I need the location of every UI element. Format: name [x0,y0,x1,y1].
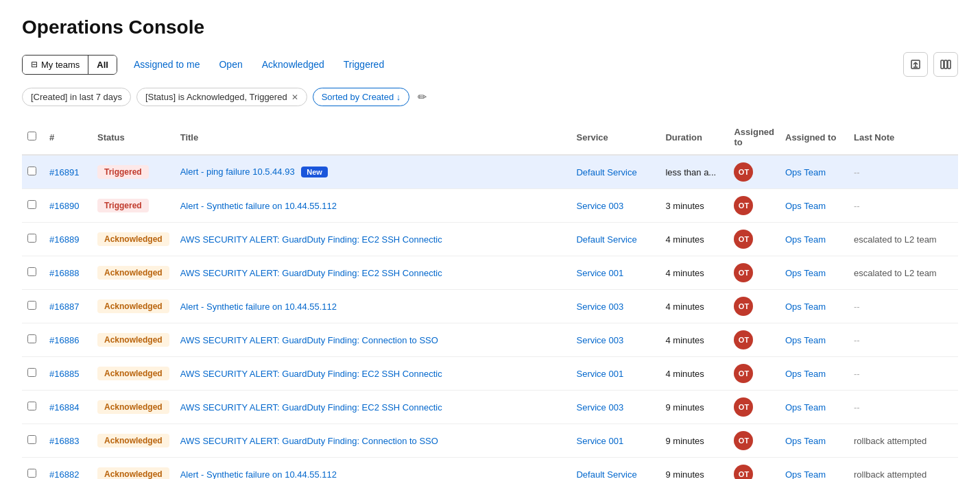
created-filter-chip[interactable]: [Created] in last 7 days [22,88,131,106]
incident-title-link[interactable]: AWS SECURITY ALERT: GuardDuty Finding: E… [180,402,442,413]
status-filter-label: [Status] is Acknowledged, Triggered [145,92,287,102]
service-link[interactable]: Default Service [576,234,636,245]
my-teams-button[interactable]: ⊟ My teams [23,56,88,74]
assigned-team-link[interactable]: Ops Team [785,167,826,177]
service-link[interactable]: Default Service [576,469,636,480]
row-checkbox[interactable] [27,200,36,209]
export-button[interactable] [903,52,928,77]
incident-id-link[interactable]: #16885 [49,369,79,379]
service-link[interactable]: Service 001 [576,436,623,446]
assigned-team-link[interactable]: Ops Team [785,469,826,480]
col-header-service: Service [571,120,660,155]
my-teams-group: ⊟ My teams All [22,55,117,75]
my-teams-label: My teams [41,60,80,70]
service-link[interactable]: Service 003 [576,302,623,312]
row-checkbox[interactable] [27,267,36,276]
last-note: rollback attempted [854,436,927,446]
duration-value: 4 minutes [665,268,704,278]
duration-value: 4 minutes [665,369,704,379]
incident-title-link[interactable]: Alert - Synthetic failure on 10.44.55.11… [180,302,337,312]
incident-title-link[interactable]: AWS SECURITY ALERT: GuardDuty Finding: C… [180,436,438,446]
row-checkbox[interactable] [27,469,36,478]
assigned-team-link[interactable]: Ops Team [785,436,826,446]
top-bar: ⊟ My teams All Assigned to me Open Ackno… [22,52,958,77]
status-badge: Acknowledged [97,232,169,246]
row-checkbox[interactable] [27,368,36,377]
col-header-lastnote: Last Note [848,120,958,155]
row-checkbox[interactable] [27,402,36,410]
edit-filters-button[interactable]: ✏ [415,88,429,106]
table-row: #16883 Acknowledged AWS SECURITY ALERT: … [22,424,958,458]
assigned-team-link[interactable]: Ops Team [785,369,826,379]
assigned-team-link[interactable]: Ops Team [785,402,826,413]
status-filter-remove[interactable]: ✕ [291,93,298,102]
duration-value: less than a... [665,167,716,177]
col-header-assigned1: Assigned to [728,120,780,155]
duration-value: 4 minutes [665,234,704,245]
service-link[interactable]: Service 003 [576,402,623,413]
sort-chip[interactable]: Sorted by Created ↓ [313,88,410,106]
last-note: -- [854,335,860,345]
incident-id-link[interactable]: #16884 [49,402,79,413]
select-all-checkbox[interactable] [27,132,36,140]
incident-title-link[interactable]: Alert - Synthetic failure on 10.44.55.11… [180,201,337,211]
incident-title-link[interactable]: Alert - Synthetic failure on 10.44.55.11… [180,469,337,480]
incident-id-link[interactable]: #16888 [49,268,79,278]
last-note: -- [854,302,860,312]
svg-rect-7 [948,60,951,69]
assigned-team-link[interactable]: Ops Team [785,302,826,312]
incident-id-link[interactable]: #16886 [49,335,79,345]
col-header-status: Status [92,120,175,155]
assigned-team-link[interactable]: Ops Team [785,335,826,345]
service-link[interactable]: Default Service [576,167,636,177]
table-row: #16885 Acknowledged AWS SECURITY ALERT: … [22,357,958,391]
assigned-team-link[interactable]: Ops Team [785,201,826,211]
col-header-assigned2: Assigned to [780,120,848,155]
status-badge: Acknowledged [97,299,169,313]
status-filter-chip: [Status] is Acknowledged, Triggered ✕ [136,88,307,106]
assigned-team-link[interactable]: Ops Team [785,268,826,278]
incident-title-link[interactable]: AWS SECURITY ALERT: GuardDuty Finding: E… [180,268,442,278]
duration-value: 9 minutes [665,436,704,446]
row-checkbox[interactable] [27,301,36,310]
duration-value: 9 minutes [665,469,704,480]
tab-triggered[interactable]: Triggered [335,55,392,74]
row-checkbox[interactable] [27,234,36,243]
row-checkbox[interactable] [27,435,36,444]
incident-id-link[interactable]: #16882 [49,469,79,480]
new-badge: New [301,167,328,177]
service-link[interactable]: Service 001 [576,369,623,379]
tab-acknowledged[interactable]: Acknowledged [254,55,333,74]
col-header-title: Title [175,120,571,155]
last-note: -- [854,402,860,413]
service-link[interactable]: Service 003 [576,201,623,211]
incident-title-link[interactable]: AWS SECURITY ALERT: GuardDuty Finding: E… [180,234,442,245]
assigned-team-link[interactable]: Ops Team [785,234,826,245]
tab-open[interactable]: Open [211,55,250,74]
top-actions [903,52,958,77]
incident-title-link[interactable]: Alert - ping failure 10.5.44.93 [180,167,295,177]
incident-title-link[interactable]: AWS SECURITY ALERT: GuardDuty Finding: E… [180,369,442,379]
incident-title-link[interactable]: AWS SECURITY ALERT: GuardDuty Finding: C… [180,335,438,345]
columns-button[interactable] [933,52,958,77]
page-title: Operations Console [22,16,958,38]
service-link[interactable]: Service 003 [576,335,623,345]
tab-assigned-to-me[interactable]: Assigned to me [126,55,208,74]
table-row: #16890 Triggered Alert - Synthetic failu… [22,189,958,223]
status-badge: Triggered [97,165,149,179]
incident-id-link[interactable]: #16890 [49,201,79,211]
row-checkbox[interactable] [27,334,36,343]
service-link[interactable]: Service 001 [576,268,623,278]
incident-id-link[interactable]: #16883 [49,436,79,446]
row-checkbox[interactable] [27,167,36,175]
last-note: -- [854,201,860,211]
avatar: OT [734,330,753,349]
incident-id-link[interactable]: #16891 [49,167,79,177]
avatar: OT [734,364,753,383]
incident-id-link[interactable]: #16887 [49,302,79,312]
table-row: #16882 Acknowledged Alert - Synthetic fa… [22,458,958,480]
avatar: OT [734,465,753,479]
incident-id-link[interactable]: #16889 [49,234,79,245]
status-badge: Triggered [97,199,149,212]
all-button[interactable]: All [88,56,117,74]
